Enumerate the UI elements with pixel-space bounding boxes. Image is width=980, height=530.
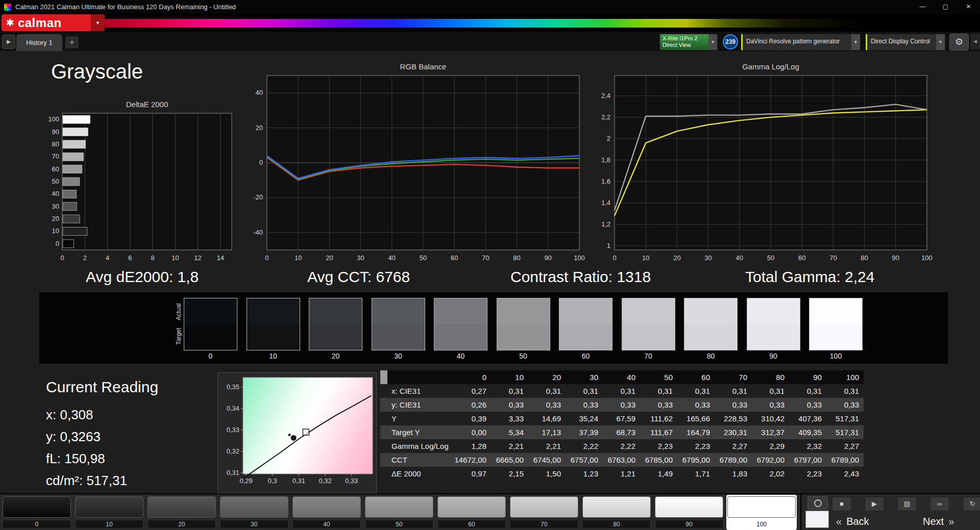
stat-contrast-ratio: Contrast Ratio: 1318 (510, 268, 651, 286)
grayscale-swatch-40 (434, 298, 487, 350)
reading-cdm2: cd/m²: 517,31 (46, 473, 127, 489)
meter-mode: Direct View (663, 42, 706, 48)
link-icon: ∞ (937, 500, 942, 508)
svg-text:2: 2 (607, 135, 610, 142)
svg-text:70: 70 (52, 153, 59, 160)
swatch-actual (309, 298, 362, 324)
stop-button[interactable]: ■ (832, 497, 851, 511)
table-cell: 407,36 (789, 412, 826, 425)
row-selector (380, 453, 387, 467)
table-cell: 2,27 (826, 439, 864, 453)
next-button[interactable]: Next » (923, 514, 954, 529)
grayscale-swatch-90 (747, 298, 800, 350)
pattern-preview-button[interactable] (807, 496, 828, 510)
table-cell: 14,69 (528, 412, 566, 425)
table-cell: 2,21 (528, 439, 566, 453)
swatch-level-label: 10 (247, 352, 300, 360)
svg-text:60: 60 (52, 165, 59, 173)
patch-button-80[interactable] (582, 496, 651, 518)
pattern-generator-dropdown[interactable]: DaVinci Resolve pattern generator ▼ (741, 34, 861, 51)
svg-text:Gamma Log/Log: Gamma Log/Log (742, 62, 799, 71)
add-tab-button[interactable]: + (65, 36, 79, 48)
link-button[interactable]: ∞ (930, 497, 949, 511)
grayscale-swatch-strip: Actual Target 0102030405060708090100 (39, 292, 948, 364)
back-button[interactable]: « Back (836, 514, 869, 529)
patch-button-20[interactable] (148, 496, 216, 518)
table-cell: 1,71 (677, 467, 715, 481)
panel-collapse-button[interactable]: ◀ (970, 34, 980, 49)
meter-name: X-Rite i1Pro 2 (663, 35, 706, 42)
play-icon: ▶ (872, 500, 877, 508)
svg-text:1,4: 1,4 (601, 199, 610, 207)
swatch-level-label: 80 (684, 352, 738, 360)
table-cell: 0,33 (677, 398, 715, 412)
patch-button-60[interactable] (437, 496, 506, 518)
meter-select-dropdown[interactable]: X-Rite i1Pro 2 Direct View ▼ (659, 34, 718, 51)
patch-button-90[interactable] (655, 496, 723, 518)
table-cell: 3,33 (491, 412, 528, 425)
svg-text:1,6: 1,6 (601, 178, 610, 185)
patch-button-70[interactable] (510, 496, 578, 518)
table-cell: 164,79 (677, 425, 715, 439)
svg-text:0: 0 (56, 240, 59, 247)
table-cell: 0,31 (491, 384, 528, 398)
settings-button[interactable]: ⚙ (949, 34, 969, 51)
table-cell: 312,37 (752, 425, 789, 439)
svg-text:100: 100 (48, 115, 59, 123)
row-label: x: CIE31 (387, 384, 454, 398)
swatch-level-label: 30 (372, 352, 425, 360)
minimize-button[interactable]: — (911, 0, 934, 14)
svg-text:-20: -20 (253, 193, 263, 201)
patch-button-40[interactable] (292, 496, 361, 518)
close-button[interactable]: ✕ (957, 0, 980, 14)
patch-button-100[interactable] (727, 496, 796, 518)
table-cell: 0,97 (454, 467, 491, 481)
table-cell: 0,33 (826, 398, 864, 412)
svg-text:40: 40 (388, 254, 396, 262)
table-cell: 14672,00 (454, 453, 491, 467)
row-selector (380, 398, 387, 412)
window-icon: ▤ (904, 500, 910, 508)
swatch-target (497, 324, 550, 350)
table-cell: 0,33 (640, 398, 677, 412)
table-cell: 6785,00 (640, 453, 677, 467)
table-header-cell: 10 (491, 370, 528, 384)
history-expander-button[interactable]: ▶ (2, 35, 15, 49)
swatch-target (309, 324, 362, 350)
window-titlebar: Calman 2021 Calman Ultimate for Business… (0, 0, 980, 14)
gear-icon: ⚙ (955, 37, 963, 47)
calman-flower-icon: ✱ (6, 17, 14, 29)
refresh-button[interactable]: ↻ (963, 497, 980, 511)
calman-logo-button[interactable]: ✱ calman ▼ (2, 14, 105, 31)
row-selector (380, 467, 387, 481)
table-header-cell: 20 (528, 370, 566, 384)
patch-button-50[interactable] (365, 496, 433, 518)
table-cell: 17,13 (528, 425, 566, 439)
table-cell: 6745,00 (528, 453, 566, 467)
play-button[interactable]: ▶ (865, 497, 884, 511)
patch-button-30[interactable] (220, 496, 288, 518)
display-control-dropdown[interactable]: Direct Display Control ▼ (866, 34, 945, 51)
patch-button-10[interactable] (75, 496, 143, 518)
table-cell: 2,23 (789, 467, 826, 481)
patch-label: 0 (3, 520, 71, 528)
patch-label: 100 (727, 520, 796, 528)
patch-label: 10 (75, 520, 143, 528)
table-cell: 2,27 (715, 439, 752, 453)
swatch-target (747, 324, 800, 350)
swatch-target (247, 324, 300, 350)
table-row: CCT14672,006665,006745,006757,006763,006… (380, 453, 864, 467)
table-cell: 2,23 (640, 439, 677, 453)
maximize-button[interactable]: ▢ (934, 0, 957, 14)
table-header-cell: 40 (603, 370, 640, 384)
pattern-preview-swatch (805, 511, 829, 528)
measurement-table: 0102030405060708090100x: CIE310,270,310,… (380, 370, 864, 481)
table-row: x: CIE310,270,310,310,310,310,310,310,31… (380, 384, 864, 398)
window-button[interactable]: ▤ (897, 497, 917, 511)
table-cell: 6789,00 (826, 453, 864, 467)
tab-history-1[interactable]: History 1 (16, 34, 62, 51)
table-cell: 2,22 (566, 439, 603, 453)
patch-button-0[interactable] (3, 496, 71, 518)
svg-text:10: 10 (52, 227, 59, 235)
pattern-generator-label: DaVinci Resolve pattern generator (743, 34, 851, 50)
